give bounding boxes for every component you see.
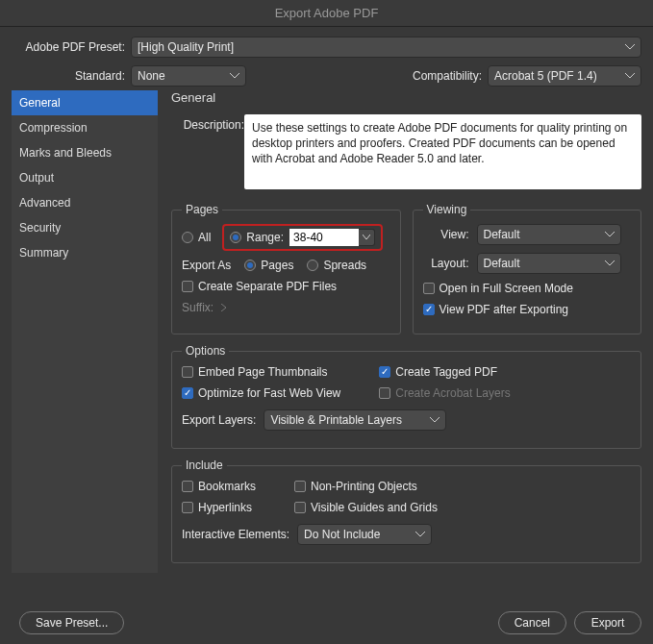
interactive-value: Do Not Include xyxy=(304,528,380,541)
checkbox-icon xyxy=(182,366,193,378)
standard-value: None xyxy=(138,69,165,83)
tagged-label: Create Tagged PDF xyxy=(395,365,497,379)
layout-select[interactable]: Default xyxy=(477,253,621,274)
radio-icon xyxy=(230,232,241,243)
view-select[interactable]: Default xyxy=(477,224,621,245)
spreads-radio[interactable]: Spreads xyxy=(307,259,366,272)
spreads-opt-label: Spreads xyxy=(323,259,366,272)
window-title: Export Adobe PDF xyxy=(0,0,653,27)
pages-fieldset: Pages All Range: xyxy=(171,203,401,334)
nonprinting-label: Non-Printing Objects xyxy=(311,480,417,493)
separate-files-checkbox[interactable]: Create Separate PDF Files xyxy=(182,280,337,293)
viewing-legend: Viewing xyxy=(423,203,471,216)
separate-files-label: Create Separate PDF Files xyxy=(198,280,337,293)
checkbox-icon xyxy=(379,387,390,399)
checkbox-icon xyxy=(182,281,193,292)
view-after-checkbox[interactable]: View PDF after Exporting xyxy=(423,303,569,316)
export-button[interactable]: Export xyxy=(574,611,641,634)
chevron-down-icon xyxy=(625,73,635,79)
layout-value: Default xyxy=(484,257,520,270)
acrobat-layers-label: Create Acrobat Layers xyxy=(395,386,510,400)
sidebar-item-marks[interactable]: Marks and Bleeds xyxy=(12,140,158,165)
export-layers-label: Export Layers: xyxy=(182,413,256,427)
description-label: Description: xyxy=(171,114,244,132)
pages-opt-label: Pages xyxy=(261,259,293,272)
sidebar-item-output[interactable]: Output xyxy=(12,165,158,190)
radio-icon xyxy=(182,232,193,243)
fullscreen-label: Open in Full Screen Mode xyxy=(440,282,573,295)
thumbnails-checkbox[interactable]: Embed Page Thumbnails xyxy=(182,365,340,379)
include-fieldset: Include Bookmarks Hyperlinks Non-Pri xyxy=(171,458,641,563)
chevron-down-icon xyxy=(430,417,440,423)
save-preset-button[interactable]: Save Preset... xyxy=(19,611,124,634)
sidebar-item-advanced[interactable]: Advanced xyxy=(12,190,158,215)
guides-checkbox[interactable]: Visible Guides and Grids xyxy=(294,501,438,514)
preset-label: Adobe PDF Preset: xyxy=(12,40,125,54)
chevron-down-icon xyxy=(605,232,615,237)
compatibility-select[interactable]: Acrobat 5 (PDF 1.4) xyxy=(488,65,641,87)
thumbnails-label: Embed Page Thumbnails xyxy=(198,365,328,379)
optimize-checkbox[interactable]: Optimize for Fast Web View xyxy=(182,386,340,400)
nonprinting-checkbox[interactable]: Non-Printing Objects xyxy=(294,480,438,493)
interactive-label: Interactive Elements: xyxy=(182,528,289,541)
bookmarks-label: Bookmarks xyxy=(198,480,256,493)
chevron-down-icon xyxy=(415,532,425,537)
sidebar: General Compression Marks and Bleeds Out… xyxy=(12,90,158,573)
export-layers-value: Visible & Printable Layers xyxy=(270,413,402,427)
sidebar-item-security[interactable]: Security xyxy=(12,215,158,240)
radio-icon xyxy=(307,260,318,271)
checkbox-icon xyxy=(379,366,390,378)
options-legend: Options xyxy=(182,344,229,358)
layout-label: Layout: xyxy=(423,257,469,270)
include-legend: Include xyxy=(182,458,227,472)
range-dropdown[interactable] xyxy=(359,229,375,246)
view-after-label: View PDF after Exporting xyxy=(440,303,569,316)
sidebar-item-compression[interactable]: Compression xyxy=(12,115,158,140)
view-label: View: xyxy=(423,228,469,241)
compatibility-value: Acrobat 5 (PDF 1.4) xyxy=(494,69,597,83)
pages-radio[interactable]: Pages xyxy=(244,259,293,272)
compatibility-label: Compatibility: xyxy=(413,69,482,83)
chevron-down-icon xyxy=(605,260,615,266)
view-value: Default xyxy=(484,228,520,241)
interactive-select[interactable]: Do Not Include xyxy=(297,524,432,545)
hyperlinks-checkbox[interactable]: Hyperlinks xyxy=(182,501,256,514)
range-input[interactable] xyxy=(289,229,359,246)
radio-icon xyxy=(244,260,256,271)
chevron-down-icon xyxy=(363,235,370,240)
export-layers-select[interactable]: Visible & Printable Layers xyxy=(264,409,446,431)
checkbox-icon xyxy=(182,481,193,492)
cancel-button[interactable]: Cancel xyxy=(498,611,566,634)
guides-label: Visible Guides and Grids xyxy=(311,501,438,514)
viewing-fieldset: Viewing View: Default Layout: Default xyxy=(413,203,642,334)
chevron-down-icon xyxy=(625,44,635,50)
preset-value: [High Quality Print] xyxy=(138,40,234,54)
sidebar-item-summary[interactable]: Summary xyxy=(12,240,158,265)
range-radio[interactable]: Range: xyxy=(230,231,284,244)
chevron-down-icon xyxy=(230,73,239,79)
checkbox-icon xyxy=(423,304,435,315)
sidebar-item-general[interactable]: General xyxy=(12,90,158,115)
pages-legend: Pages xyxy=(182,203,222,216)
checkbox-icon xyxy=(294,481,306,492)
checkbox-icon xyxy=(294,502,306,513)
checkbox-icon xyxy=(423,283,435,294)
all-radio[interactable]: All xyxy=(182,231,211,244)
options-fieldset: Options Embed Page Thumbnails Optimize f… xyxy=(171,344,641,449)
standard-label: Standard: xyxy=(12,69,125,83)
acrobat-layers-checkbox: Create Acrobat Layers xyxy=(379,386,510,400)
bookmarks-checkbox[interactable]: Bookmarks xyxy=(182,480,256,493)
standard-select[interactable]: None xyxy=(131,65,246,87)
suffix-label: Suffix: xyxy=(182,301,213,314)
all-label: All xyxy=(198,231,211,244)
checkbox-icon xyxy=(182,387,193,399)
preset-select[interactable]: [High Quality Print] xyxy=(131,37,641,58)
caret-right-icon xyxy=(221,304,227,311)
range-label: Range: xyxy=(246,231,284,244)
hyperlinks-label: Hyperlinks xyxy=(198,501,252,514)
panel-heading: General xyxy=(171,90,641,105)
description-textarea[interactable]: Use these settings to create Adobe PDF d… xyxy=(244,114,641,189)
checkbox-icon xyxy=(182,502,193,513)
tagged-checkbox[interactable]: Create Tagged PDF xyxy=(379,365,510,379)
fullscreen-checkbox[interactable]: Open in Full Screen Mode xyxy=(423,282,573,295)
